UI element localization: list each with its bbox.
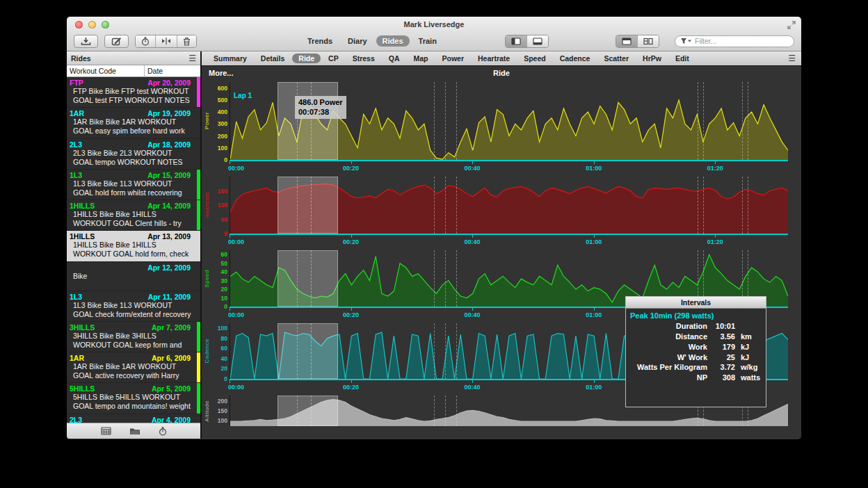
- chart-tab-hrpw[interactable]: HrPw: [636, 54, 668, 63]
- interval-metric-row: Duration10:01: [626, 321, 766, 332]
- power-plot[interactable]: Lap 1486.0 Power00:07:38: [230, 82, 788, 160]
- ride-chart-title: Ride: [202, 69, 801, 77]
- chart-tab-qa[interactable]: QA: [383, 54, 406, 63]
- chart-tab-bar: SummaryDetailsRideCPStressQAMapPowerHear…: [202, 51, 801, 66]
- chart-tab-scatter[interactable]: Scatter: [597, 54, 635, 63]
- ride-row[interactable]: 1L3Apr 11, 20091L3 Bike Bike 1L3 WORKOUT…: [67, 291, 200, 322]
- minimize-button[interactable]: [88, 21, 96, 29]
- ride-row[interactable]: Apr 12, 2009Bike: [67, 262, 200, 291]
- column-workout-code[interactable]: Workout Code: [67, 65, 145, 76]
- selected-interval-region[interactable]: [278, 177, 338, 234]
- ride-description: 1L3 Bike Bike 1L3 WORKOUT: [70, 179, 195, 188]
- chart-tab-power[interactable]: Power: [436, 54, 471, 63]
- chart-tab-details[interactable]: Details: [255, 54, 291, 63]
- filter-input[interactable]: [695, 37, 778, 45]
- power-ytick: 200: [218, 133, 227, 140]
- ride-row[interactable]: 1ARApr 19, 20091AR Bike Bike 1AR WORKOUT…: [67, 108, 200, 138]
- chart-tab-edit[interactable]: Edit: [669, 54, 696, 63]
- sidebar-panel-icon: [511, 38, 521, 45]
- ride-description: GOAL tempo and mountains! weight: [70, 402, 195, 411]
- chart-tab-ride[interactable]: Ride: [292, 54, 321, 63]
- heartrate-ytick: 150: [218, 188, 227, 195]
- ride-row[interactable]: 1ARApr 6, 20091AR Bike Bike 1AR WORKOUTG…: [67, 352, 200, 383]
- ride-row[interactable]: 2L3Apr 18, 20092L3 Bike Bike 2L3 WORKOUT…: [67, 139, 200, 170]
- ride-row[interactable]: 1HILLSApr 14, 20091HILLS Bike Bike 1HILL…: [67, 200, 200, 231]
- chart-tab-heartrate[interactable]: Heartrate: [472, 54, 516, 63]
- intervals-popup: Intervals Peak 10min (298 watts) Duratio…: [625, 296, 766, 407]
- stopwatch-icon[interactable]: [159, 427, 167, 436]
- folder-icon[interactable]: [129, 427, 140, 435]
- interval-metric-row: Work179kJ: [626, 342, 766, 352]
- filter-funnel-icon: [680, 38, 692, 44]
- split-activity-button[interactable]: [156, 35, 177, 47]
- time-tick-label: 00:20: [343, 165, 359, 172]
- chart-tab-cadence[interactable]: Cadence: [554, 54, 597, 63]
- selected-interval-region[interactable]: [278, 323, 338, 379]
- ride-date: Apr 20, 2009: [147, 79, 195, 87]
- toggle-tiled-view[interactable]: [638, 35, 659, 47]
- delete-activity-button[interactable]: [177, 35, 196, 47]
- ride-date: Apr 12, 2009: [147, 263, 195, 272]
- interval-marker: [456, 177, 457, 234]
- view-tabs: TrendsDiaryRidesTrain: [301, 35, 443, 47]
- edit-activity-button[interactable]: [104, 35, 129, 48]
- power-ytick: 300: [218, 120, 227, 127]
- toggle-lowbar[interactable]: [527, 35, 548, 47]
- toggle-sidebar[interactable]: [506, 35, 527, 47]
- chart-tab-stress[interactable]: Stress: [346, 54, 381, 63]
- chart-tab-summary[interactable]: Summary: [207, 54, 253, 63]
- lap-label: Lap 1: [234, 92, 252, 99]
- toggle-tabbed-view[interactable]: [616, 35, 638, 47]
- ride-description: Bike: [70, 272, 195, 281]
- time-tick-label: 00:00: [228, 165, 244, 172]
- selected-interval-region[interactable]: [278, 396, 338, 426]
- calendar-icon[interactable]: [101, 427, 111, 435]
- intervals-popup-titlebar[interactable]: Intervals: [626, 297, 766, 309]
- interval-marker: [445, 323, 446, 379]
- interval-marker: [703, 82, 704, 160]
- view-tab-rides[interactable]: Rides: [376, 35, 410, 47]
- heartrate-ytick: 0: [224, 230, 227, 237]
- chart-menu-icon[interactable]: ☰: [788, 54, 796, 63]
- ride-row[interactable]: 3HILLSApr 7, 20093HILLS Bike Bike 3HILLS…: [67, 322, 200, 352]
- speed-ytick: 50: [221, 260, 227, 267]
- ride-description: GOAL tempo WORKOUT NOTES: [70, 158, 195, 167]
- view-tab-diary[interactable]: Diary: [341, 35, 373, 47]
- chart-tab-map[interactable]: Map: [408, 54, 435, 63]
- filter-field[interactable]: [675, 35, 794, 47]
- ride-row[interactable]: 1HILLSApr 13, 20091HILLS Bike Bike 1HILL…: [67, 231, 200, 261]
- selected-interval-region[interactable]: [278, 82, 338, 160]
- sidebar-menu-icon[interactable]: ☰: [188, 54, 196, 63]
- interval-metric-unit: [735, 321, 766, 332]
- interval-marker: [456, 396, 457, 426]
- window-chrome: Mark Liversedge: [67, 17, 801, 51]
- chart-tab-cp[interactable]: CP: [322, 54, 345, 63]
- titlebar[interactable]: Mark Liversedge: [67, 17, 801, 31]
- ride-row[interactable]: 5HILLSApr 5, 20095HILLS Bike 5HILLS WORK…: [67, 383, 200, 414]
- power-ytick: 100: [218, 145, 227, 152]
- ride-row[interactable]: 1L3Apr 15, 20091L3 Bike Bike 1L3 WORKOUT…: [67, 170, 200, 200]
- zoom-button[interactable]: [102, 21, 109, 29]
- ride-color-bar: [197, 383, 200, 413]
- close-button[interactable]: [75, 21, 83, 29]
- time-tick-label: 00:40: [465, 384, 481, 391]
- heartrate-plot[interactable]: [230, 177, 788, 234]
- ride-row[interactable]: 2L3Apr 4, 20092L3 Bike Bike 2L3 WORKOUTG…: [67, 414, 200, 423]
- view-tab-train[interactable]: Train: [412, 35, 443, 47]
- selected-interval-region[interactable]: [278, 250, 338, 307]
- stopwatch-button[interactable]: [136, 35, 156, 47]
- interval-metric-label: Distance: [626, 332, 707, 342]
- tiled-view-icon: [643, 38, 653, 45]
- layout-toggle-group: [616, 35, 659, 48]
- ride-date: Apr 14, 2009: [147, 202, 195, 210]
- interval-marker: [698, 82, 698, 160]
- view-tab-trends[interactable]: Trends: [301, 35, 339, 47]
- column-date[interactable]: Date: [145, 65, 200, 76]
- chart-tab-speed[interactable]: Speed: [517, 54, 552, 63]
- expand-icon[interactable]: [787, 21, 796, 29]
- interval-marker: [434, 82, 435, 160]
- ride-row[interactable]: FTPApr 20, 2009FTP Bike Bike FTP test WO…: [67, 77, 200, 108]
- download-activity-button[interactable]: [74, 35, 98, 48]
- time-tick-label: 00:40: [465, 238, 481, 245]
- heartrate-ytick: 50: [221, 216, 227, 223]
